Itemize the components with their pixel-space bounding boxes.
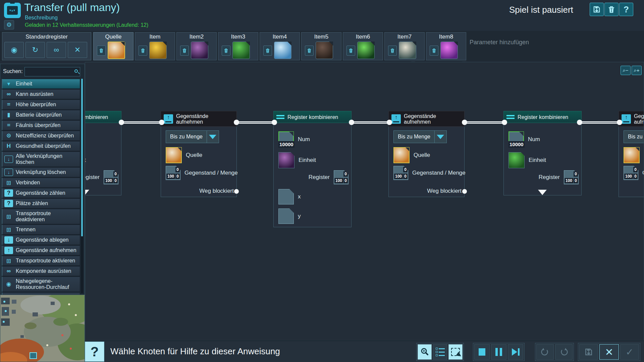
blocked-output-connector[interactable]	[462, 189, 467, 194]
mode-dropdown[interactable]: Bis zu Menge	[393, 130, 435, 143]
goto-register-button[interactable]: ✕	[68, 42, 87, 58]
item-icon-green-gem[interactable]	[357, 42, 375, 59]
tab-item3[interactable]: Item3	[218, 32, 258, 60]
close-button[interactable]: ✕	[599, 344, 619, 360]
list-view-button[interactable]	[433, 344, 447, 360]
link-register-button[interactable]: ∞	[47, 42, 66, 58]
item-icon-crane-bot[interactable]	[108, 42, 125, 59]
unit-item-icon[interactable]	[278, 152, 294, 168]
input-connector[interactable]	[502, 120, 507, 125]
step-button[interactable]	[508, 344, 523, 360]
node-register-kombinieren-1[interactable]: Register kombinieren 10000 Num Einheit R…	[85, 111, 121, 195]
description-link[interactable]: Beschreibung	[25, 15, 58, 21]
list-item-faeulnis-ueberpruefen[interactable]: =Fäulnis überprüfen	[2, 120, 80, 130]
node-help-button[interactable]: ?	[85, 342, 104, 362]
register-slot[interactable]: 0 100 0	[334, 170, 348, 184]
input-connector[interactable]	[272, 120, 277, 125]
list-item-plaetze-zaehlen[interactable]: ?Plätze zählen	[2, 198, 80, 208]
list-item-kann-ausruesten[interactable]: ∞Kann ausrüsten	[2, 89, 80, 99]
signal-register-button[interactable]: ◉	[4, 42, 24, 58]
amount-register[interactable]: 0 100 0	[624, 166, 638, 180]
list-item-gegenstaende-zaehlen[interactable]: ?Gegenstände zählen	[2, 188, 80, 198]
tab-item5[interactable]: Item5	[301, 32, 341, 60]
input-connector[interactable]	[617, 120, 622, 125]
output-connector[interactable]	[234, 120, 239, 125]
input-connector[interactable]	[387, 120, 392, 125]
add-parameter-button[interactable]: Parameter hinzufügen	[470, 39, 529, 46]
search-input[interactable]	[24, 67, 80, 76]
tab-item2[interactable]: Item2	[176, 32, 217, 60]
delete-param-button[interactable]	[346, 46, 355, 56]
y-register[interactable]	[278, 208, 294, 224]
node-graph-canvas[interactable]: ⌕− ⌕+ Register kombinieren 10000 Num Ein…	[85, 62, 644, 341]
stop-button[interactable]	[474, 344, 490, 360]
output-connector[interactable]	[349, 120, 354, 125]
source-item-icon[interactable]	[166, 147, 182, 163]
node-gegenstaende-aufnehmen-2[interactable]: Gegenstände aufnehmen Bis zu Menge Quell…	[388, 111, 465, 197]
source-item-icon[interactable]	[624, 147, 640, 163]
debug-zoom-button[interactable]	[418, 344, 432, 360]
item-icon-plasma-burst[interactable]	[440, 42, 458, 59]
list-item-trennen[interactable]: [|]Trennen	[2, 225, 80, 235]
minimap[interactable]	[0, 295, 85, 362]
register-slot[interactable]: 0 100 0	[104, 170, 118, 184]
num-register[interactable]: 10000	[508, 131, 524, 147]
list-item-batterie-ueberpruefen[interactable]: ▮Batterie überprüfen	[2, 110, 80, 120]
tab-item8[interactable]: Item8	[426, 32, 466, 60]
item-icon-alien-brain[interactable]	[191, 42, 208, 59]
zoom-out-button[interactable]: ⌕−	[621, 66, 631, 75]
pause-button[interactable]	[491, 344, 506, 360]
list-item-transportroute-aktivieren[interactable]: [|]Transportroute aktivieren	[2, 256, 80, 266]
delete-param-button[interactable]	[222, 46, 230, 56]
gear-icon[interactable]: ⚙	[4, 20, 14, 29]
list-item-netzeffizienz[interactable]: ⊙Netzeffizienz überprüfen	[2, 131, 80, 141]
list-item-komponente-ausruesten[interactable]: ∞Komponente ausrüsten	[2, 266, 80, 276]
tab-item7[interactable]: Item7	[384, 32, 425, 60]
output-connector[interactable]	[577, 120, 582, 125]
num-register[interactable]: 10000	[278, 131, 294, 147]
confirm-button[interactable]: ✓	[620, 344, 639, 360]
exec-down-connector[interactable]	[85, 190, 89, 195]
list-item-transportroute-deaktivieren[interactable]: [|]Transportroute deaktivieren	[2, 209, 80, 224]
zoom-in-button[interactable]: ⌕+	[632, 66, 642, 75]
exec-down-connector[interactable]	[538, 190, 547, 195]
tab-item[interactable]: Item	[135, 32, 175, 60]
save-behavior-button[interactable]	[590, 3, 604, 16]
list-item-gegenstaende-ablegen[interactable]: ↓Gegenstände ablegen	[2, 235, 80, 245]
undo-button[interactable]	[536, 344, 554, 360]
source-item-icon[interactable]	[393, 147, 410, 163]
x-register[interactable]	[278, 189, 294, 204]
amount-register[interactable]: 0 100 0	[393, 166, 408, 180]
delete-param-button[interactable]	[97, 46, 106, 56]
item-icon-ice-cube[interactable]	[274, 42, 291, 59]
amount-register[interactable]: 0 100 0	[166, 166, 180, 180]
item-icon-circuit-cube[interactable]	[399, 42, 416, 59]
mode-dropdown[interactable]: Bis zu Menge	[624, 130, 644, 143]
mode-dropdown-arrow[interactable]	[435, 130, 447, 143]
unit-item-icon[interactable]	[508, 152, 525, 168]
input-connector[interactable]	[159, 120, 164, 125]
save-button[interactable]	[579, 344, 598, 360]
list-item-gegenstaende-aufnehmen[interactable]: ↑Gegenstände aufnehmen	[2, 245, 80, 255]
list-item-ressourcen-durchlauf[interactable]: ◉Nahegelegene-Ressourcen-Durchlauf	[2, 277, 80, 292]
visual-register-button[interactable]: ↻	[25, 42, 45, 58]
sidebar-scrollbar[interactable]	[81, 79, 83, 293]
tab-item6[interactable]: Item6	[343, 32, 383, 60]
item-icon-circuit-board[interactable]	[232, 42, 250, 59]
mode-dropdown-arrow[interactable]	[207, 130, 219, 143]
tab-item4[interactable]: Item4	[260, 32, 300, 60]
output-connector[interactable]	[119, 120, 124, 125]
node-gegenstaende-aufnehmen-1[interactable]: Gegenstände aufnehmen Bis zu Menge Quell…	[161, 111, 237, 197]
blocked-output-connector[interactable]	[234, 189, 239, 194]
delete-param-button[interactable]	[139, 46, 147, 56]
mode-dropdown[interactable]: Bis zu Menge	[166, 130, 207, 143]
node-gegenstaende-aufnehmen-3[interactable]: Gegenstände aufnehmen Bis zu Menge Quell…	[619, 111, 644, 197]
item-icon-gold-ore[interactable]	[149, 42, 167, 59]
output-connector[interactable]	[462, 120, 467, 125]
delete-behavior-button[interactable]	[604, 3, 619, 16]
delete-param-button[interactable]	[180, 46, 189, 56]
delete-param-button[interactable]	[263, 46, 272, 56]
delete-param-button[interactable]	[388, 46, 397, 56]
select-tool-button[interactable]	[448, 344, 463, 360]
list-item-verbinden[interactable]: [|]Verbinden	[2, 178, 80, 188]
